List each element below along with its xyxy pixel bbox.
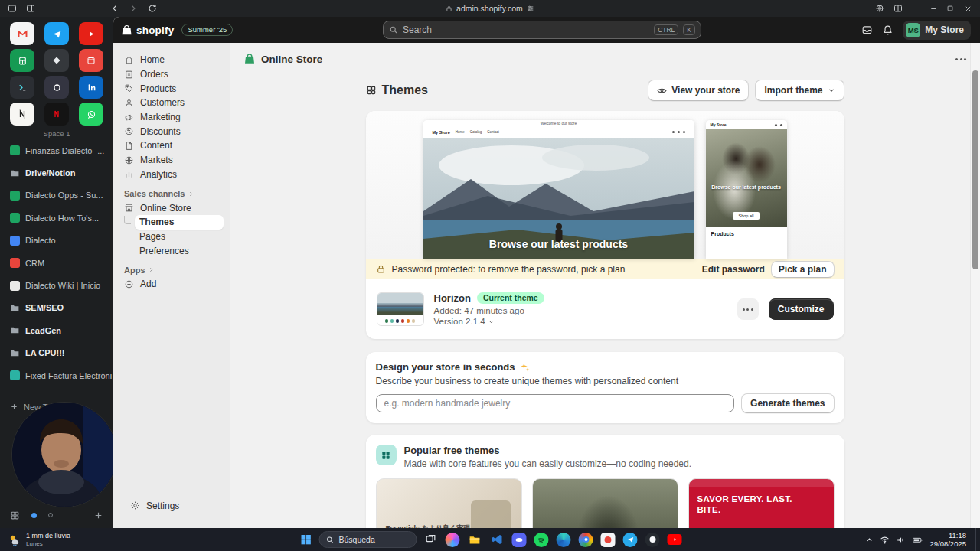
- page-more-button[interactable]: [956, 58, 966, 60]
- window-layout-icon[interactable]: [24, 2, 38, 15]
- netflix-icon[interactable]: [44, 103, 69, 126]
- back-icon[interactable]: [108, 2, 122, 15]
- file-explorer-icon[interactable]: [466, 531, 484, 549]
- discord-icon[interactable]: [511, 531, 528, 549]
- nav-item-customers[interactable]: Customers: [119, 96, 224, 110]
- nav-subitem-themes[interactable]: Themes: [124, 215, 224, 230]
- show-desktop-button[interactable]: [975, 528, 978, 551]
- reload-icon[interactable]: [145, 2, 159, 15]
- nav-item-add-app[interactable]: Add: [119, 277, 224, 292]
- apps-section[interactable]: Apps: [124, 263, 219, 277]
- task-view-icon[interactable]: [422, 531, 439, 549]
- telegram-icon[interactable]: [44, 22, 69, 45]
- admin-search-bar[interactable]: Search CTRL K: [383, 21, 701, 39]
- sidebar-item-dialecto[interactable]: Dialecto: [5, 230, 112, 252]
- pick-a-plan-button[interactable]: Pick a plan: [771, 261, 835, 278]
- space-dot-icon[interactable]: [48, 513, 53, 517]
- free-theme-card-3[interactable]: SAVOR EVERY. LAST. BITE.: [688, 478, 835, 528]
- linkedin-icon[interactable]: [79, 76, 103, 99]
- theme-prompt-input[interactable]: [376, 394, 735, 412]
- nav-item-home[interactable]: Home: [119, 53, 224, 67]
- close-icon[interactable]: [961, 2, 975, 15]
- address-bar[interactable]: admin.shopify.com: [260, 0, 720, 17]
- start-button[interactable]: [297, 531, 315, 549]
- theme-more-button[interactable]: [737, 298, 759, 320]
- volume-icon[interactable]: [896, 535, 906, 545]
- customize-button[interactable]: Customize: [769, 298, 834, 320]
- sidebar-folder-leadgen[interactable]: LeadGen: [5, 319, 112, 341]
- free-theme-card-2[interactable]: New arrivals: [532, 478, 678, 528]
- sidebar-item-finanzas[interactable]: Finanzas Dialecto -...: [5, 139, 112, 161]
- mobile-preview[interactable]: My Store Browse our latest products Shop…: [706, 120, 787, 259]
- gmail-icon[interactable]: [10, 22, 34, 45]
- app-icon-5[interactable]: [44, 49, 69, 72]
- nav-item-settings[interactable]: Settings: [126, 498, 217, 513]
- sales-channels-section[interactable]: Sales channels: [124, 187, 219, 201]
- nav-item-marketing[interactable]: Marketing: [119, 110, 224, 125]
- chatgpt-icon[interactable]: [44, 76, 69, 99]
- space-label[interactable]: Space 1: [0, 129, 113, 138]
- site-settings-icon: [527, 5, 534, 12]
- edition-badge[interactable]: Summer '25: [181, 24, 233, 36]
- desktop-preview[interactable]: Welcome to our store My Store Home Catal…: [423, 120, 694, 259]
- calendar-icon[interactable]: [79, 49, 103, 72]
- sidebar-item-dialecto-howtos[interactable]: Dialecto How To's...: [5, 207, 112, 229]
- sidebar-toggle-icon[interactable]: [5, 2, 19, 15]
- inbox-icon[interactable]: [861, 24, 873, 36]
- notion-icon[interactable]: [10, 103, 34, 126]
- weather-widget[interactable]: 1 mm de lluvia Lunes: [4, 530, 75, 549]
- nav-item-online-store[interactable]: Online Store: [119, 201, 224, 215]
- sidebar-item-dialecto-opps[interactable]: Dialecto Opps - Su...: [5, 184, 112, 207]
- sidebar-folder-sem-seo[interactable]: SEM/SEO: [5, 297, 112, 319]
- notifications-bell-icon[interactable]: [882, 24, 893, 36]
- wifi-icon[interactable]: [880, 535, 890, 545]
- free-theme-card-1[interactable]: Essentials をより良く実現。: [376, 478, 522, 528]
- spaces-grid-icon[interactable]: [10, 510, 20, 520]
- chrome-icon[interactable]: [577, 531, 595, 549]
- telegram-taskbar-icon[interactable]: [622, 531, 639, 549]
- taskbar-clock[interactable]: 11:18 29/08/2025: [929, 531, 969, 549]
- nav-item-orders[interactable]: Orders: [119, 67, 224, 82]
- terminal-icon[interactable]: [10, 76, 34, 99]
- active-space-dot-icon[interactable]: [31, 513, 37, 518]
- nav-item-analytics[interactable]: Analytics: [119, 168, 224, 182]
- nav-item-content[interactable]: Content: [119, 139, 224, 153]
- split-view-icon[interactable]: [891, 2, 905, 15]
- minimize-icon[interactable]: [926, 2, 940, 15]
- sidebar-folder-la-cpu[interactable]: LA CPU!!!: [5, 342, 112, 364]
- nav-item-discounts[interactable]: Discounts: [119, 124, 224, 139]
- nav-subitem-pages[interactable]: Pages: [135, 230, 224, 244]
- battery-icon[interactable]: [912, 535, 923, 545]
- theme-version[interactable]: Version 2.1.4: [434, 317, 544, 326]
- whatsapp-icon[interactable]: [79, 103, 103, 126]
- import-theme-button[interactable]: Import theme: [755, 80, 844, 101]
- youtube-icon[interactable]: [79, 22, 103, 45]
- sidebar-item-crm[interactable]: CRM: [5, 252, 112, 274]
- nav-subitem-preferences[interactable]: Preferences: [135, 243, 224, 258]
- taskbar-search[interactable]: Búsqueda: [319, 531, 417, 548]
- scrollbar-thumb[interactable]: [972, 70, 978, 269]
- generate-themes-button[interactable]: Generate themes: [741, 393, 834, 413]
- page-scrollbar[interactable]: [970, 43, 980, 528]
- youtube-taskbar-icon[interactable]: [666, 531, 684, 549]
- sidebar-folder-drive-notion[interactable]: Drive/Notion: [5, 161, 112, 184]
- extensions-icon[interactable]: [873, 2, 887, 15]
- sidebar-item-dialecto-wiki[interactable]: Dialecto Wiki | Inicio: [5, 274, 112, 296]
- arc-browser-icon[interactable]: [444, 531, 462, 549]
- photos-icon[interactable]: [599, 531, 617, 549]
- new-space-plus-icon[interactable]: [93, 510, 103, 520]
- sidebar-item-fixed-factura[interactable]: Fixed Factura Electróni...: [5, 364, 112, 386]
- nav-item-markets[interactable]: Markets: [119, 153, 224, 168]
- github-icon[interactable]: [644, 531, 662, 549]
- nav-item-products[interactable]: Products: [119, 81, 224, 96]
- maximize-icon[interactable]: [943, 2, 957, 15]
- edge-icon[interactable]: [555, 531, 573, 549]
- spotify-icon[interactable]: [533, 531, 550, 549]
- edit-password-button[interactable]: Edit password: [702, 264, 765, 275]
- forward-icon[interactable]: [126, 2, 140, 15]
- view-store-button[interactable]: View your store: [648, 80, 749, 101]
- vscode-icon[interactable]: [488, 531, 506, 549]
- store-menu[interactable]: MS My Store: [903, 21, 971, 40]
- tray-chevron-up-icon[interactable]: [865, 536, 874, 544]
- sheets-icon[interactable]: [10, 49, 34, 72]
